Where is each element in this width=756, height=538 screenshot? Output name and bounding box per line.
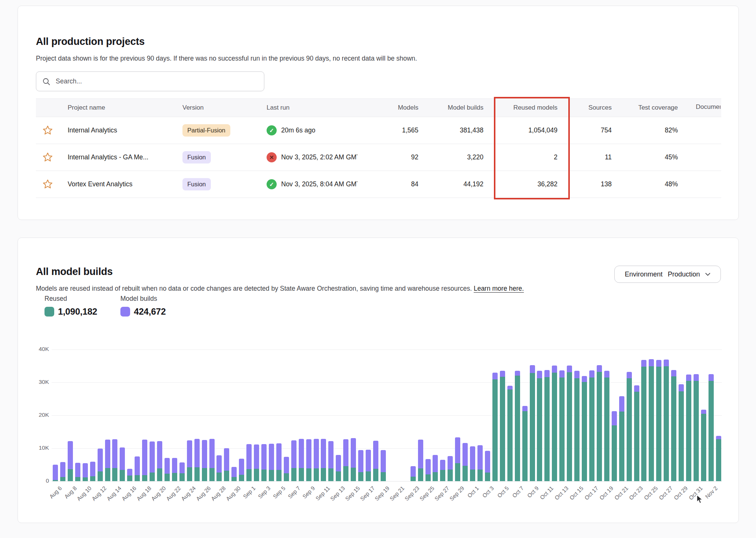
last-run-text: Nov 3, 2025, 2:02 AM GMT [281,153,357,161]
stacked-bar [306,439,311,481]
sources-value: 138 [557,180,612,188]
x-tick-label: Oct 27 [658,485,674,501]
x-axis-labels: Aug 6Aug 8Aug 10Aug 12Aug 14Aug 16Aug 18… [52,482,722,512]
learn-more-link[interactable]: Learn more here. [474,285,524,292]
col-version: Version [182,104,267,111]
x-tick-label: Aug 24 [180,485,197,502]
legend-label-model-builds: Model builds [120,295,166,303]
stacked-bar [336,455,341,481]
project-name-link[interactable]: Internal Analytics [68,126,117,134]
stacked-bar [83,463,88,481]
models-value: 92 [375,153,418,161]
stacked-bar [179,462,185,481]
stacked-bar [440,460,445,481]
stacked-bar [261,444,267,481]
stacked-bar [142,440,147,481]
stacked-bar [709,374,714,481]
project-name-link[interactable]: Vortex Event Analytics [68,180,132,188]
x-tick-label: Sep 17 [359,485,376,502]
reused-models-value: 36,282 [483,180,557,188]
model-builds-value: 3,220 [418,153,483,161]
x-tick-label: Sep 25 [418,485,436,502]
table-header-row: Project name Version Last run Models Mod… [36,98,721,117]
stacked-bar [537,371,542,481]
stacked-bar [433,455,438,481]
stacked-bar [366,450,371,481]
stacked-bar [120,447,125,481]
x-tick-label: Sep 15 [344,485,361,502]
x-tick-label: Aug 12 [90,485,108,502]
search-box[interactable] [36,71,264,91]
stacked-bar [671,370,676,481]
stacked-bar [604,371,609,481]
stacked-bar [254,444,259,481]
x-tick-label: Nov 2 [704,485,719,500]
stacked-bar [701,410,706,481]
stacked-bar [411,466,416,481]
col-documentation: Documentation [678,103,721,113]
stacked-bar [716,436,721,481]
stacked-bar [358,450,363,481]
environment-label: Environment [625,270,663,278]
table-row[interactable]: Internal Analytics Partial-Fusion ✓ 20m … [36,117,721,144]
stacked-bar [686,375,691,481]
favorite-star-button[interactable] [42,125,53,136]
stacked-bar [500,371,505,481]
stacked-bar [157,441,162,481]
stacked-bar [694,374,699,481]
stacked-bar [239,459,244,481]
x-tick-label: Oct 9 [526,485,540,499]
stacked-bar [470,446,475,481]
model-builds-value: 44,192 [418,180,483,188]
environment-select[interactable]: Environment Production [614,266,721,283]
stacked-bar [485,451,490,481]
chart-plot [52,349,722,481]
stacked-bar [455,437,460,481]
stacked-bar [552,366,557,481]
test-coverage-value: 48% [612,180,678,188]
search-input[interactable] [55,77,258,86]
stacked-bar [679,384,684,481]
stacked-bar [559,370,565,481]
favorite-star-button[interactable] [42,178,53,190]
x-tick-label: Oct 13 [553,485,569,501]
x-tick-label: Oct 3 [481,485,495,499]
stacked-bar [150,441,155,481]
run-status-icon: ✓ [267,179,277,189]
stacked-bar [418,440,423,481]
production-projects-card: All production projects Project data sho… [18,6,739,220]
project-name-link[interactable]: Internal Analytics - GA Me... [68,153,148,161]
stacked-bar [276,443,282,481]
x-tick-label: Oct 11 [539,485,554,501]
legend-item-model-builds: Model builds 424,672 [120,295,166,317]
stacked-bar [105,440,110,481]
stacked-bar [574,371,580,481]
stacked-bar [634,385,639,481]
x-tick-label: Sep 5 [271,485,286,500]
gridline [52,349,722,350]
x-tick-label: Sep 13 [329,485,346,502]
stacked-bar [165,458,170,481]
stacked-bar [381,450,386,481]
x-tick-label: Aug 14 [105,485,123,502]
x-tick-label: Aug 30 [225,485,242,502]
y-tick-label: 0 [30,477,49,484]
stacked-bar [321,439,326,482]
table-row[interactable]: Internal Analytics - GA Me... Fusion ✕ N… [36,144,721,171]
stacked-bar [567,366,572,481]
x-tick-label: Sep 23 [403,485,421,502]
chart-legend: Reused 1,090,182 Model builds 424,672 [44,295,166,317]
x-tick-label: Sep 21 [388,485,406,502]
stacked-bar [343,439,348,481]
x-tick-label: Oct 21 [613,485,629,501]
stacked-bar [351,438,356,481]
stacked-bar [135,456,140,481]
legend-label-reused: Reused [44,295,97,303]
builds-title: All model builds [36,266,113,278]
builds-subtitle-text: Models are reused instead of rebuilt whe… [36,285,474,292]
x-tick-label: Sep 3 [256,485,271,500]
favorite-star-button[interactable] [42,152,53,163]
table-row[interactable]: Vortex Event Analytics Fusion ✓ Nov 3, 2… [36,171,721,198]
x-tick-label: Aug 26 [195,485,212,502]
last-run-text: 20m 6s ago [281,126,315,134]
